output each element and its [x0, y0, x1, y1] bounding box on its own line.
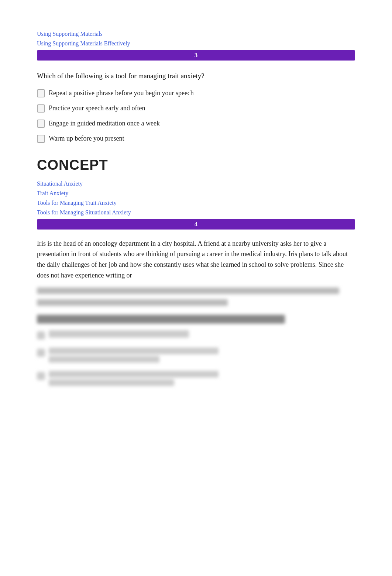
- progress-bar-2: 4: [37, 219, 355, 230]
- radio-wrap-1a[interactable]: [37, 89, 45, 97]
- radio-1a[interactable]: [37, 89, 45, 97]
- option-label-1d: Warm up before you present: [49, 134, 124, 144]
- radio-1c[interactable]: [37, 120, 45, 128]
- radio-1b[interactable]: [37, 104, 45, 113]
- radio-wrap-1c[interactable]: [37, 120, 45, 128]
- concept-link-trait-anxiety[interactable]: Trait Anxiety: [37, 189, 355, 198]
- radio-wrap-1d[interactable]: [37, 135, 45, 143]
- breadcrumb-link-2[interactable]: Using Supporting Materials Effectively: [37, 39, 355, 48]
- option-item-1a[interactable]: Repeat a positive phrase before you begi…: [37, 88, 355, 98]
- progress-bar-1-label: 3: [195, 51, 198, 60]
- option-label-1a: Repeat a positive phrase before you begi…: [49, 88, 194, 98]
- option-item-1c[interactable]: Engage in guided meditation once a week: [37, 118, 355, 128]
- breadcrumb-link-1[interactable]: Using Supporting Materials: [37, 30, 355, 38]
- radio-1d[interactable]: [37, 135, 45, 143]
- option-item-1b[interactable]: Practice your speech early and often: [37, 103, 355, 113]
- progress-bar-2-label: 4: [195, 220, 198, 229]
- blurred-content: [37, 287, 355, 386]
- concept-link-situational-anxiety[interactable]: Situational Anxiety: [37, 179, 355, 188]
- progress-bar-1: 3: [37, 50, 355, 61]
- concept-link-tools-situational[interactable]: Tools for Managing Situational Anxiety: [37, 208, 355, 217]
- radio-wrap-1b[interactable]: [37, 104, 45, 113]
- scenario-text: Iris is the head of an oncology departme…: [37, 238, 355, 281]
- option-label-1c: Engage in guided meditation once a week: [49, 118, 160, 128]
- breadcrumb-section: Using Supporting Materials Using Support…: [37, 30, 355, 48]
- option-item-1d[interactable]: Warm up before you present: [37, 134, 355, 144]
- options-list-1: Repeat a positive phrase before you begi…: [37, 88, 355, 144]
- concept-links: Situational Anxiety Trait Anxiety Tools …: [37, 179, 355, 217]
- concept-heading: CONCEPT: [37, 155, 355, 176]
- concept-link-tools-trait[interactable]: Tools for Managing Trait Anxiety: [37, 199, 355, 207]
- question-1: Which of the following is a tool for man…: [37, 71, 355, 82]
- option-label-1b: Practice your speech early and often: [49, 103, 145, 113]
